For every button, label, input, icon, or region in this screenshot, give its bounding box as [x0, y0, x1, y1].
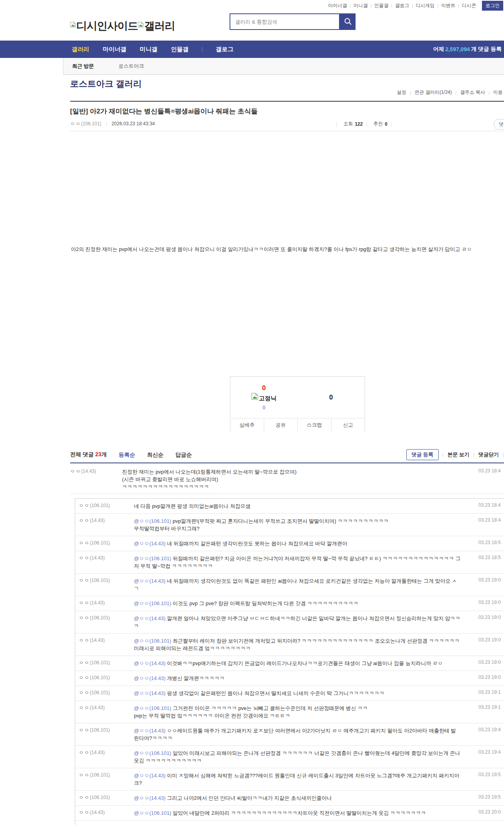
mention-link[interactable]: @ㅇㅇ(14.43): [134, 795, 167, 801]
nav-item-3[interactable]: 미니갤: [140, 46, 158, 53]
post-action-1[interactable]: 실베추: [230, 418, 264, 431]
mention-link[interactable]: @ㅇㅇ(106.101): [134, 705, 172, 711]
comment-author[interactable]: ㅇㅇ(14.43): [79, 809, 134, 817]
mention-link[interactable]: @ㅇㅇ(14.43): [134, 728, 167, 734]
comment-author[interactable]: ㅇㅇ(14.43): [79, 517, 134, 532]
nav-item-1[interactable]: 갤러리: [72, 46, 89, 53]
comment-row: ㅇㅇ(106.101) @ㅇㅇ(14.43) 평생 생각없이 같은패턴인 몹이나…: [75, 686, 504, 701]
comment-author[interactable]: ㅇㅇ(14.43): [79, 555, 134, 570]
recent-visit-label: 최근 방문: [72, 63, 94, 70]
comment-author[interactable]: ㅇㅇ(106.101): [79, 727, 134, 742]
header: 디시인사이드 갤러리: [0, 11, 504, 40]
mention-link[interactable]: @ㅇㅇ(14.43): [134, 541, 167, 546]
view-post-link[interactable]: 본문 보기: [447, 451, 469, 458]
mention-link[interactable]: @ㅇㅇ(14.43): [134, 675, 167, 681]
login-button[interactable]: 로그인: [482, 1, 503, 11]
mention-link[interactable]: @ㅇㅇ(106.101): [134, 518, 172, 524]
comment-author[interactable]: ㅇㅇ(106.101): [79, 615, 134, 630]
comment-text: @ㅇㅇ(106.101) 이것도 pvp 그 pve? 장판 이펙트랑 딜쳐박히…: [134, 600, 461, 607]
nav-item-2[interactable]: 마이너갤: [103, 46, 126, 53]
upvote-area[interactable]: 0 고정닉 0: [230, 377, 298, 418]
section-logo-text: 갤러리: [144, 19, 175, 33]
gallery-utils: 설정|연관 갤러리(1/24)|갤주소 복사|이용: [397, 89, 503, 96]
mention-link[interactable]: @ㅇㅇ(14.43): [134, 690, 167, 696]
post-author[interactable]: ㅇㅇ: [70, 121, 81, 126]
divider: |: [437, 4, 439, 8]
mention-link[interactable]: @ㅇㅇ(106.101): [134, 600, 172, 606]
top-links: 마이너갤|미니갤|인물갤|갤로그|디시게임|이벤트|디시콘로그인: [325, 0, 504, 11]
comment-author[interactable]: ㅇㅇ(14.43): [79, 749, 134, 764]
close-comments-link[interactable]: 댓글닫기: [478, 451, 499, 458]
top-link-3[interactable]: 인물갤: [374, 2, 389, 9]
comment-register-button[interactable]: 댓글 등록: [406, 449, 439, 460]
comment-author[interactable]: ㅇㅇ(14.43): [79, 637, 134, 652]
gallery-util-1[interactable]: 설정: [397, 89, 406, 96]
comment-author[interactable]: ㅇㅇ(106.101): [79, 772, 134, 787]
top-link-4[interactable]: 갤로그: [395, 2, 409, 9]
comment-author[interactable]: ㅇㅇ(106.101): [79, 689, 134, 697]
mention-link[interactable]: @ㅇㅇ(14.43): [134, 615, 167, 621]
site-logo[interactable]: 디시인사이드 갤러리: [70, 18, 175, 33]
comments-count-pill[interactable]: 댓글 23: [494, 119, 504, 130]
mention-link[interactable]: @ㅇㅇ(106.101): [134, 810, 172, 816]
reply-box: ㅇㅇ(106.101) 네 다음 pvp깔개련 평생 의미없는ai몹이나 쳐잡으…: [75, 498, 504, 825]
mention-link[interactable]: @ㅇㅇ(106.101): [134, 556, 172, 561]
comment-row: ㅇㅇ(106.101) @ㅇㅇ(14.43) 깔개련 얼마나 쳐맞았으면 아주그…: [75, 611, 504, 634]
comment-timestamp: 03.23 19:0: [478, 674, 501, 680]
top-link-2[interactable]: 미니갤: [354, 2, 368, 9]
comment-timestamp: 03.23 19:4: [478, 727, 501, 732]
gallery-util-4[interactable]: 이용: [493, 89, 503, 96]
comments-section: 전체 댓글 23개 등록순최신순답글순 댓글 등록 | 본문 보기 | 댓글닫기…: [70, 449, 504, 825]
comment-author[interactable]: ㅇㅇ(14.43): [79, 704, 134, 719]
comment-row: ㅇㅇ(106.101) @ㅇㅇ(14.43) 이것봐ㅋㅋpvp얘기하는데 갑자기…: [75, 656, 504, 671]
top-link-5[interactable]: 디시게임: [416, 2, 435, 9]
comment-author[interactable]: ㅇㅇ(106.101): [79, 540, 134, 547]
search-input[interactable]: [230, 19, 339, 25]
divider: |: [106, 121, 107, 126]
top-link-1[interactable]: 마이너갤: [328, 2, 347, 9]
post-action-4[interactable]: 신고: [331, 418, 365, 431]
comment-row: ㅇㅇ(14.43) @ㅇㅇ(106.101) 알았어 네달만에 2퍼따리 ㅋㅋㅋ…: [75, 806, 504, 821]
comment-author[interactable]: ㅇㅇ(106.101): [79, 674, 134, 682]
comment-timestamp: 03.23 19:4: [478, 749, 501, 755]
top-link-6[interactable]: 이벤트: [441, 2, 455, 9]
nav-item-4[interactable]: 인물갤: [171, 46, 189, 53]
comment-author[interactable]: ㅇㅇ(106.101): [79, 502, 134, 510]
sort-tab-2[interactable]: 최신순: [147, 452, 163, 458]
comment-author[interactable]: ㅇㅇ(14.43): [79, 600, 134, 607]
mention-link[interactable]: @ㅇㅇ(106.101): [134, 638, 172, 644]
search-button[interactable]: [340, 13, 356, 30]
comment-text: @ㅇㅇ(106.101) 뒤질때까지 같은패턴? 지금 아이온 까는거냐?(야 …: [134, 555, 461, 570]
nav-item-5[interactable]: 갤로그: [216, 46, 233, 53]
post-action-2[interactable]: 공유: [264, 418, 298, 431]
stats-count: 2,597,094: [445, 46, 470, 52]
sort-tab-3[interactable]: 답글순: [175, 452, 192, 458]
post-action-3[interactable]: 스크랩: [297, 418, 331, 431]
recent-visit-gallery-link[interactable]: 로스트아크: [119, 63, 144, 70]
upvote-count: 0: [262, 384, 266, 392]
search-icon: [345, 18, 350, 24]
comment-text: 진정한 재미는 pvp에서 나오는데(1링통제하면서 오는새끼 딸~깍으로 잡으…: [122, 468, 449, 491]
top-link-7[interactable]: 디시콘: [462, 2, 476, 9]
comment-row: ㅇㅇ(14.43) @ㅇㅇ(106.101) 최근짤부터 레이저 장판 보이기전…: [75, 634, 504, 656]
comment-author[interactable]: ㅇㅇ(106.101): [79, 577, 134, 592]
divider: |: [412, 4, 413, 8]
mention-link[interactable]: @ㅇㅇ(14.43): [134, 660, 167, 666]
likes-label: 추천: [373, 121, 383, 127]
sort-tab-1[interactable]: 등록순: [119, 452, 135, 458]
comment-timestamp: 03.23 18:5: [478, 540, 501, 545]
mention-link[interactable]: @ㅇㅇ(106.101): [134, 750, 172, 756]
comment-timestamp: 03.23 20:0: [478, 809, 501, 815]
comment-author[interactable]: ㅇㅇ(106.101): [79, 794, 134, 802]
comment-author[interactable]: ㅇㅇ(14.43): [70, 468, 122, 491]
comment-author[interactable]: ㅇㅇ(106.101): [79, 660, 134, 667]
downvote-count: 0: [329, 394, 333, 401]
comment-text: @ㅇㅇ(14.43) ㅇㅇ레이드원툴 매주가 개고기패키지 로ㅈ보단 여러면에서…: [134, 727, 461, 742]
divider: |: [503, 452, 504, 457]
mention-link[interactable]: @ㅇㅇ(14.43): [134, 578, 167, 584]
mention-link[interactable]: @ㅇㅇ(14.43): [134, 773, 167, 779]
gallery-title[interactable]: 로스트아크 갤러리: [70, 78, 142, 90]
gallery-util-3[interactable]: 갤주소 복사: [460, 89, 485, 96]
downvote-area[interactable]: 0: [298, 377, 365, 418]
gallery-util-2[interactable]: 연관 갤러리(1/24): [415, 89, 452, 96]
